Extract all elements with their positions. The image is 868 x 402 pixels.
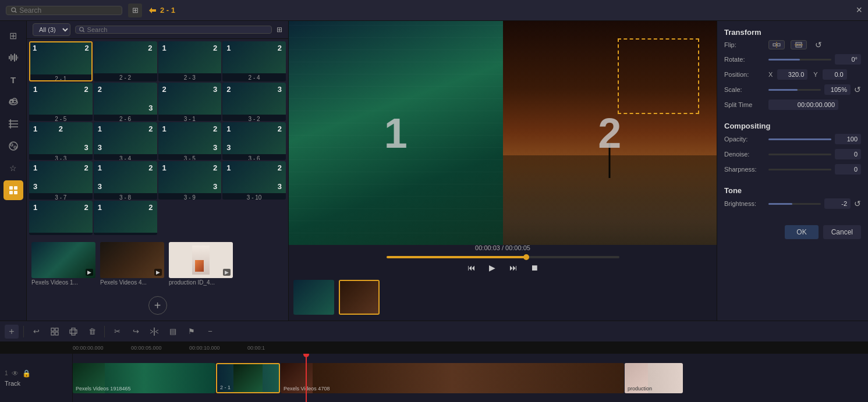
minus-btn[interactable]: − — [203, 324, 218, 339]
controls-row — [387, 256, 619, 258]
clip-thumb-2[interactable] — [339, 280, 380, 315]
bookmark-btn[interactable]: ⚑ — [184, 324, 199, 339]
position-x-value[interactable] — [777, 69, 807, 80]
svg-rect-4 — [12, 55, 13, 60]
scale-value[interactable] — [824, 84, 851, 95]
asset-pexels1[interactable]: ▶ Pexels Videos 1... — [31, 242, 95, 286]
brightness-fill — [768, 203, 792, 205]
position-label: Position: — [724, 71, 765, 78]
sidebar-effects-icon[interactable] — [3, 92, 23, 112]
grid-toggle-btn[interactable]: ⊞ — [128, 3, 142, 17]
thumb-3-extra1[interactable]: 1 2 — [29, 201, 93, 235]
play-btn[interactable]: ▶ — [486, 261, 499, 275]
rotate-value[interactable] — [835, 54, 861, 65]
thumb-3-5[interactable]: 1 2 3 3 - 5 — [158, 122, 222, 161]
ok-btn[interactable]: OK — [785, 225, 818, 239]
sidebar-templates-icon[interactable] — [3, 180, 23, 200]
thumb-3-9[interactable]: 1 2 3 3 - 9 — [158, 161, 222, 200]
redo-btn[interactable]: ↪ — [128, 324, 143, 339]
flip-reset-btn[interactable]: ↺ — [815, 40, 822, 49]
thumb-3-4[interactable]: 1 2 3 3 - 4 — [94, 122, 157, 161]
cancel-btn[interactable]: Cancel — [823, 225, 861, 239]
thumb-3-3[interactable]: 1 2 3 3 - 3 — [29, 122, 93, 161]
opacity-value[interactable] — [835, 134, 861, 144]
media-search[interactable] — [75, 26, 272, 34]
media-filter-select[interactable]: All (3) Video Audio Image — [33, 23, 70, 36]
rotate-slider[interactable] — [768, 59, 831, 61]
sidebar-audio-icon[interactable] — [3, 48, 23, 67]
undo-btn[interactable]: ↩ — [29, 324, 44, 339]
thumb-3-10[interactable]: 1 2 3 3 - 10 — [222, 161, 286, 200]
app-logo-icon — [148, 6, 157, 15]
thumb-2-5[interactable]: 1 2 2 - 5 — [29, 83, 93, 121]
delete-btn[interactable]: 🗑 — [84, 324, 100, 339]
rotate-label: Rotate: — [724, 56, 765, 63]
brightness-value[interactable] — [824, 198, 851, 209]
split-btn[interactable] — [147, 324, 162, 339]
sidebar-transitions-icon[interactable] — [3, 114, 23, 134]
thumb-2-6[interactable]: 2 3 2 - 6 — [94, 83, 157, 121]
position-y-value[interactable] — [823, 69, 847, 80]
svg-rect-7 — [17, 56, 18, 59]
top-search[interactable] — [6, 6, 122, 15]
thumb-3-1[interactable]: 2 3 3 - 1 — [158, 83, 222, 121]
thumb-2-1[interactable]: 1 2 2 - 1 — [29, 41, 93, 82]
track-clip-4[interactable]: production — [625, 363, 683, 393]
timeline-ruler: 00:00:00.000 00:00:05.000 00:00:10.000 0… — [0, 342, 868, 354]
split-time-value[interactable] — [768, 99, 838, 110]
sidebar-text-icon[interactable]: T — [3, 70, 23, 90]
scale-reset-btn[interactable]: ↺ — [854, 85, 861, 94]
position-row: Position: X Y — [724, 69, 861, 80]
opacity-slider[interactable] — [768, 138, 831, 140]
denoise-slider[interactable] — [768, 154, 831, 155]
asset-pexels4[interactable]: ▶ Pexels Videos 4... — [100, 242, 164, 286]
thumb-3-6[interactable]: 1 2 3 3 - 6 — [222, 122, 286, 161]
ungroup-btn[interactable] — [66, 324, 81, 339]
svg-rect-5 — [14, 54, 15, 62]
scale-slider[interactable] — [768, 89, 821, 91]
clip-2-label: 2 - 1 — [220, 385, 231, 390]
close-btn[interactable]: × — [856, 4, 862, 16]
thumb-3-8[interactable]: 1 2 3 3 - 8 — [94, 161, 157, 200]
thumb-2-2[interactable]: 2 2 - 2 — [94, 41, 157, 82]
split-icon — [150, 328, 158, 336]
sharpness-value[interactable] — [835, 164, 861, 175]
stop-btn[interactable]: ⏹ — [527, 261, 541, 275]
scale-row: Scale: ↺ — [724, 84, 861, 95]
brightness-slider[interactable] — [768, 203, 821, 205]
thumb-3-extra2[interactable]: 1 2 — [94, 201, 157, 235]
skip-back-btn[interactable]: ⏮ — [465, 261, 479, 275]
cut-btn[interactable]: ✂ — [109, 324, 125, 339]
track-clip-1[interactable]: Pexels Videos 1918465 — [73, 363, 215, 393]
add-track-btn[interactable]: + — [5, 325, 19, 339]
add-media-btn[interactable]: + — [148, 296, 167, 315]
skip-fwd-btn[interactable]: ⏭ — [506, 261, 520, 275]
track-eye-btn[interactable]: 👁 — [12, 369, 19, 378]
media-view-toggle[interactable]: ⊞ — [277, 26, 282, 34]
progress-bar[interactable] — [387, 256, 619, 258]
sidebar-filters-icon[interactable] — [3, 136, 23, 156]
clip-thumb-1[interactable] — [293, 280, 334, 315]
brightness-reset-btn[interactable]: ↺ — [854, 199, 861, 208]
timeline: + ↩ 🗑 ✂ ↪ ▤ ⚑ − 00:00:00.000 00:00:05.00… — [0, 321, 868, 402]
thumb-3-7[interactable]: 1 2 3 3 - 7 — [29, 161, 93, 200]
sharpness-slider[interactable] — [768, 169, 831, 170]
asset-production-id[interactable]: ▶ production ID_4... — [169, 242, 233, 286]
thumb-3-2[interactable]: 2 3 3 - 2 — [222, 83, 286, 121]
thumb-2-3[interactable]: 1 2 2 - 3 — [158, 41, 222, 82]
group-btn[interactable] — [47, 324, 62, 339]
top-search-input[interactable] — [19, 6, 117, 15]
sidebar-stickers-icon[interactable]: ☆ — [3, 158, 23, 178]
sidebar-media-icon[interactable]: ⊞ — [3, 26, 23, 45]
track-lock-btn[interactable]: 🔒 — [22, 369, 31, 378]
track-clip-3[interactable]: Pexels Videos 4708 — [281, 363, 624, 393]
media-search-input[interactable] — [87, 26, 268, 33]
flip-v-btn[interactable] — [791, 40, 807, 49]
thumb-2-4[interactable]: 1 2 2 - 4 — [222, 41, 286, 82]
track-clip-2[interactable]: 2 - 1 — [216, 363, 280, 393]
svg-line-37 — [150, 330, 153, 332]
layout-btn[interactable]: ▤ — [165, 324, 180, 339]
denoise-value[interactable] — [835, 149, 861, 159]
flip-h-btn[interactable] — [768, 40, 785, 49]
svg-line-23 — [83, 30, 84, 31]
